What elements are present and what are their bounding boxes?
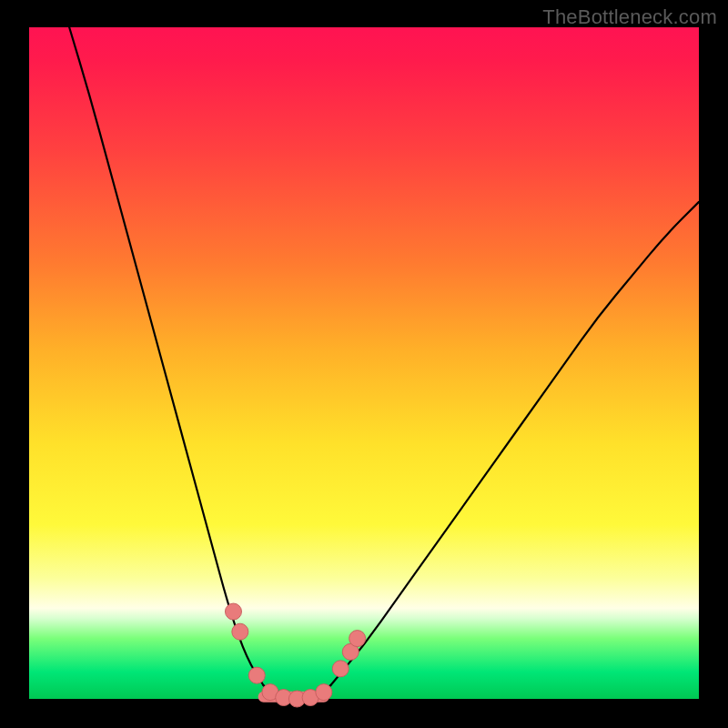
left-branch-path xyxy=(69,27,263,685)
curve-marker xyxy=(232,623,248,640)
curve-svg xyxy=(29,27,699,699)
curve-marker xyxy=(248,667,265,683)
watermark-text: TheBottleneck.com xyxy=(542,5,717,29)
curve-marker xyxy=(332,661,349,677)
curve-marker xyxy=(225,603,241,620)
chart-frame: TheBottleneck.com xyxy=(0,0,728,728)
plot-area xyxy=(29,27,699,699)
curve-marker xyxy=(349,631,366,647)
curve-marker xyxy=(316,684,332,701)
right-branch-path xyxy=(330,202,699,685)
